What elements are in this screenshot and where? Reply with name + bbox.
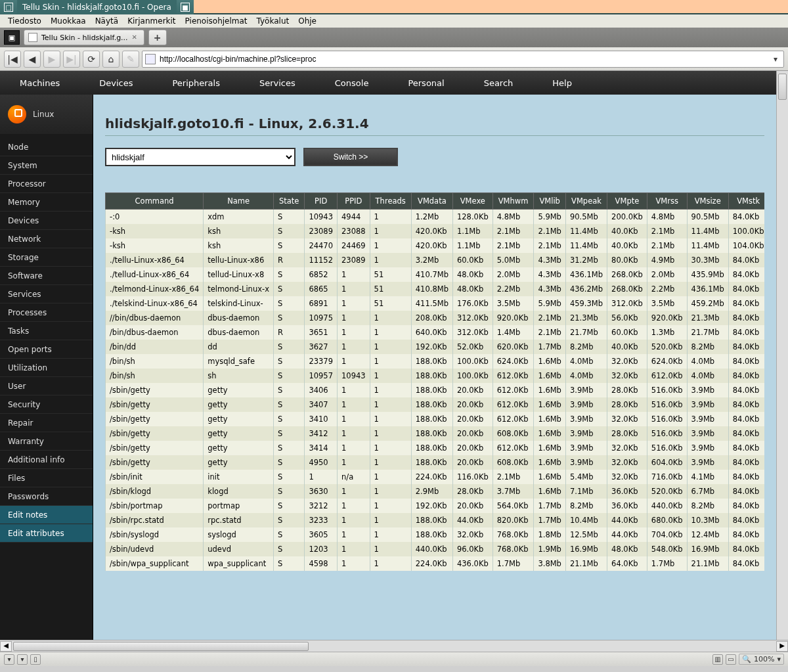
col-vmhwm[interactable]: VMhwm (492, 193, 534, 210)
sidebar-item-passwords[interactable]: Passwords (0, 487, 93, 506)
table-row[interactable]: /sbin/initinitS1n/a1224.0Kb116.0Kb2.1Mb1… (106, 470, 765, 484)
sidebar-item-repair[interactable]: Repair (0, 414, 93, 432)
table-row[interactable]: /sbin/gettygettyS340611188.0Kb20.0Kb612.… (106, 383, 765, 397)
table-row[interactable]: /sbin/gettygettyS341411188.0Kb20.0Kb612.… (106, 441, 765, 455)
table-row[interactable]: /sbin/gettygettyS495011188.0Kb20.0Kb608.… (106, 455, 765, 470)
sidebar-item-processes[interactable]: Processes (0, 303, 93, 322)
menu-ohje[interactable]: Ohje (294, 16, 320, 26)
forward-button[interactable]: ▶ (43, 51, 60, 68)
url-input[interactable] (160, 55, 766, 64)
col-vmstk[interactable]: VMstk (728, 193, 764, 210)
status-icon-1[interactable]: ▾ (4, 654, 14, 665)
sidebar-item-files[interactable]: Files (0, 469, 93, 487)
status-icon-3[interactable]: ▯ (30, 654, 41, 665)
menu-kirjanmerkit[interactable]: Kirjanmerkit (123, 16, 179, 26)
col-vmpte[interactable]: VMpte (607, 193, 647, 210)
tab-close-icon[interactable]: ✕ (132, 34, 140, 41)
col-state[interactable]: State (273, 193, 304, 210)
nav-devices[interactable]: Devices (79, 78, 152, 88)
col-pid[interactable]: PID (305, 193, 338, 210)
closed-tabs-icon[interactable]: ▣ (4, 30, 20, 45)
new-tab-button[interactable]: + (148, 30, 167, 45)
vertical-scrollbar[interactable] (776, 71, 788, 640)
sidebar-item-devices[interactable]: Devices (0, 212, 93, 230)
fast-forward-button[interactable]: ▶| (63, 51, 80, 68)
table-row[interactable]: ./tellud-Linux-x86_64tellud-Linux-x8S685… (106, 267, 765, 282)
wand-button[interactable]: ✎ (122, 51, 139, 68)
col-vmdata[interactable]: VMdata (411, 193, 452, 210)
sidebar-item-additional-info[interactable]: Additional info (0, 451, 93, 469)
sidebar-item-edit-notes[interactable]: Edit notes (0, 506, 93, 524)
sidebar-item-software[interactable]: Software (0, 267, 93, 285)
host-select[interactable]: hlidskjalf (105, 148, 296, 166)
table-row[interactable]: -kshkshS24470244691420.0Kb1.1Mb2.1Mb2.1M… (106, 238, 765, 253)
reload-button[interactable]: ⟳ (83, 51, 100, 68)
sidebar-item-services[interactable]: Services (0, 285, 93, 303)
col-threads[interactable]: Threads (370, 193, 411, 210)
sidebar-item-user[interactable]: User (0, 377, 93, 395)
table-row[interactable]: /sbin/gettygettyS341211188.0Kb20.0Kb608.… (106, 426, 765, 441)
site-info-icon[interactable] (145, 54, 156, 64)
table-row[interactable]: /sbin/udevdudevdS120311440.0Kb96.0Kb768.… (106, 542, 765, 556)
table-row[interactable]: /sbin/syslogdsyslogdS360511188.0Kb32.0Kb… (106, 527, 765, 542)
table-row[interactable]: -kshkshS23089230881420.0Kb1.1Mb2.1Mb2.1M… (106, 224, 765, 238)
sidebar-item-system[interactable]: System (0, 156, 93, 175)
horizontal-scrollbar[interactable]: ◀▶ (0, 640, 788, 652)
nav-personal[interactable]: Personal (388, 78, 464, 88)
col-vmsize[interactable]: VMsize (687, 193, 728, 210)
sidebar-item-warranty[interactable]: Warranty (0, 432, 93, 451)
back-button[interactable]: ◀ (24, 51, 41, 68)
table-row[interactable]: //bin/dbus-daemondbus-daemonS1097511208.… (106, 311, 765, 325)
sidebar-item-node[interactable]: Node (0, 138, 93, 156)
sidebar-item-security[interactable]: Security (0, 395, 93, 414)
table-row[interactable]: /sbin/gettygettyS341011188.0Kb20.0Kb612.… (106, 412, 765, 426)
switch-button[interactable]: Switch >> (303, 148, 398, 166)
table-row[interactable]: /bin/shmysqld_safeS2337911188.0Kb100.0Kb… (106, 354, 765, 369)
sidebar-item-storage[interactable]: Storage (0, 248, 93, 267)
nav-search[interactable]: Search (464, 78, 533, 88)
table-row[interactable]: ./tellu-Linux-x86_64tellu-Linux-x86R1115… (106, 253, 765, 267)
window-control-icon[interactable]: ■ (181, 3, 190, 12)
col-ppid[interactable]: PPID (338, 193, 370, 210)
col-vmrss[interactable]: VMrss (647, 193, 687, 210)
sidebar-item-edit-attributes[interactable]: Edit attributes (0, 524, 93, 543)
url-dropdown-icon[interactable]: ▾ (770, 55, 781, 64)
home-button[interactable]: ⌂ (102, 51, 120, 68)
table-row[interactable]: /bin/dbus-daemondbus-daemonR365111640.0K… (106, 325, 765, 340)
table-row[interactable]: /bin/ddddS362711192.0Kb52.0Kb620.0Kb1.7M… (106, 340, 765, 354)
menu-nayta[interactable]: Näytä (91, 16, 123, 26)
table-row[interactable]: ./telskind-Linux-x86_64telskind-Linux-S6… (106, 296, 765, 311)
col-vmlib[interactable]: VMlib (534, 193, 566, 210)
table-row[interactable]: /sbin/portmapportmapS321211192.0Kb20.0Kb… (106, 499, 765, 513)
chevron-down-icon[interactable]: ▾ (777, 655, 781, 663)
col-vmexe[interactable]: VMexe (452, 193, 492, 210)
status-panel-icon[interactable]: ▥ (712, 654, 723, 665)
col-vmpeak[interactable]: VMpeak (565, 193, 607, 210)
window-menu-icon[interactable]: □ (4, 3, 13, 12)
tab-active[interactable]: Tellu Skin - hlidskjalf.g... ✕ (24, 30, 144, 45)
sidebar-item-network[interactable]: Network (0, 230, 93, 248)
sidebar-item-memory[interactable]: Memory (0, 193, 93, 212)
table-row[interactable]: /bin/shshS10957109431188.0Kb100.0Kb612.0… (106, 369, 765, 383)
status-icon-2[interactable]: ▾ (17, 654, 28, 665)
col-name[interactable]: Name (204, 193, 274, 210)
nav-machines[interactable]: Machines (0, 78, 79, 88)
table-row[interactable]: -:0xdmS10943494411.2Mb128.0Kb4.8Mb5.9Mb9… (106, 210, 765, 225)
sidebar-item-tasks[interactable]: Tasks (0, 322, 93, 340)
nav-peripherals[interactable]: Peripherals (152, 78, 240, 88)
table-row[interactable]: ./telmond-Linux-x86_64telmond-Linux-xS68… (106, 282, 765, 296)
sidebar-item-processor[interactable]: Processor (0, 175, 93, 193)
rewind-button[interactable]: |◀ (4, 51, 21, 68)
nav-console[interactable]: Console (315, 78, 389, 88)
table-row[interactable]: /sbin/gettygettyS340711188.0Kb20.0Kb612.… (106, 397, 765, 412)
status-fit-icon[interactable]: ▭ (726, 654, 736, 665)
nav-help[interactable]: Help (533, 78, 592, 88)
table-row[interactable]: /sbin/klogdklogdS3630112.9Mb28.0Kb3.7Mb1… (106, 484, 765, 499)
menu-pienoisohjelmat[interactable]: Pienoisohjelmat (181, 16, 252, 26)
menu-muokkaa[interactable]: Muokkaa (47, 16, 90, 26)
menu-tiedosto[interactable]: Tiedosto (4, 16, 45, 26)
table-row[interactable]: /sbin/rpc.statdrpc.statdS323311188.0Kb44… (106, 513, 765, 527)
zoom-control[interactable]: 🔍 100% ▾ (739, 654, 784, 665)
sidebar-item-utilization[interactable]: Utilization (0, 359, 93, 377)
address-bar[interactable]: ▾ (142, 51, 784, 68)
